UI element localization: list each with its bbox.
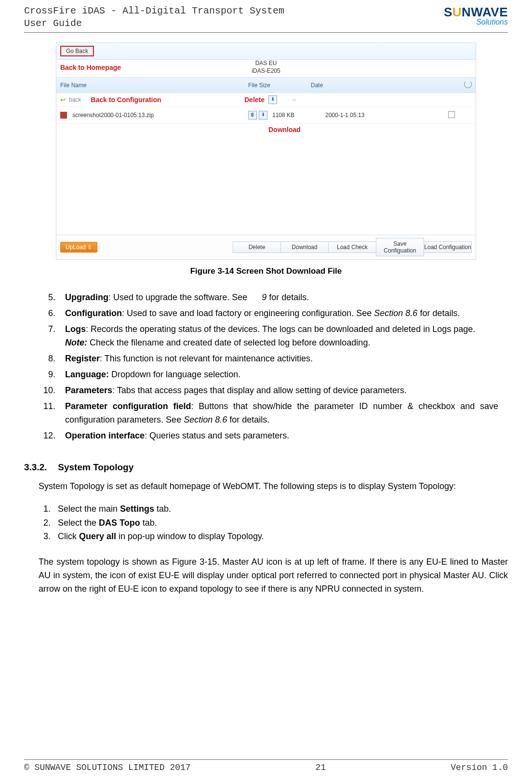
file-table-header: File Name File Size Date	[56, 77, 476, 93]
col-filename: File Name	[60, 82, 248, 89]
back-config-annotation: Back to Configuration	[91, 96, 161, 104]
file-date: 2000-1-1 05:13	[325, 112, 431, 119]
file-checkbox[interactable]	[448, 111, 455, 118]
figure-caption: Figure 3-14 Screen Shot Download File	[24, 266, 508, 276]
upload-button[interactable]: UpLoad ⇪	[60, 242, 97, 252]
feature-item-9: Language: Dropdown for language selectio…	[58, 368, 498, 382]
back-homepage-annotation: Back to Homepage	[60, 64, 121, 71]
download-mini-icon[interactable]: ⬇	[268, 95, 277, 104]
section-intro: System Topology is set as default homepa…	[39, 480, 508, 493]
header-title: CrossFire iDAS - All-Digital Transport S…	[24, 5, 284, 30]
page: CrossFire iDAS - All-Digital Transport S…	[0, 0, 532, 782]
screenshot-footer: UpLoad ⇪ Delete Download Load Check Save…	[56, 235, 476, 259]
col-filesize: File Size	[248, 82, 311, 89]
screenshot-figure: Go Back Back to Homepage DAS EU iDAS-E20…	[56, 42, 476, 260]
device-title: DAS EU iDAS-E205	[252, 60, 280, 75]
footer-version: Version 1.0	[451, 763, 508, 772]
file-size: 1108 KB	[272, 112, 325, 119]
footer-download-button[interactable]: Download	[280, 241, 329, 253]
feature-item-8: Register: This function is not relevant …	[58, 352, 498, 366]
go-back-button[interactable]: Go Back	[60, 46, 94, 56]
step-2: Select the DAS Topo tab.	[53, 516, 508, 530]
step-1: Select the main Settings tab.	[53, 502, 508, 516]
feature-item-6: Configuration: Used to save and load fac…	[58, 306, 498, 320]
feature-list: Upgrading: Used to upgrade the software.…	[39, 291, 498, 443]
section-number: 3.3.2.	[24, 462, 55, 473]
file-delete-icon[interactable]: 🗑	[248, 111, 257, 119]
screenshot-title-row: Back to Homepage DAS EU iDAS-E205	[56, 60, 476, 77]
footer-pagenum: 21	[316, 763, 326, 772]
page-header: CrossFire iDAS - All-Digital Transport S…	[24, 5, 508, 33]
section-title: System Topology	[58, 462, 133, 472]
device-title-line2: iDAS-E205	[252, 67, 280, 75]
feature-item-12: Operation interface: Queries status and …	[58, 429, 498, 443]
feature-item-11: Parameter configuration field: Buttons t…	[58, 399, 498, 427]
zip-icon	[60, 112, 67, 119]
back-row: ↩ back Back to Configuration Delete ⬇ --	[56, 93, 476, 107]
topology-steps: Select the main Settings tab. Select the…	[41, 502, 508, 543]
refresh-icon[interactable]	[464, 80, 472, 88]
file-row[interactable]: screenshot2000-01-0105:13.zip 🗑 ⬇ 1108 K…	[56, 107, 476, 124]
logo: SUNWAVE Solutions	[444, 5, 508, 27]
page-footer: © SUNWAVE SOLUTIONS LIMITED 2017 21 Vers…	[24, 759, 508, 772]
file-name-cell: screenshot2000-01-0105:13.zip	[60, 112, 248, 119]
col-date: Date	[311, 82, 407, 89]
footer-copyright: © SUNWAVE SOLUTIONS LIMITED 2017	[24, 763, 191, 772]
footer-loadcfg-button[interactable]: Load Configuation	[424, 241, 472, 253]
file-download-icon[interactable]: ⬇	[259, 111, 267, 119]
section-heading-332: 3.3.2. System Topology	[24, 462, 508, 473]
step-3: Click Query all in pop-up window to disp…	[53, 530, 508, 543]
delete-annotation: Delete	[244, 96, 265, 104]
footer-delete-button[interactable]: Delete	[233, 241, 281, 253]
footer-savecfg-button[interactable]: Save Configuation	[376, 238, 424, 256]
footer-loadcheck-button[interactable]: Load Check	[328, 241, 376, 253]
screenshot-topbar: Go Back	[56, 43, 476, 60]
feature-item-7: Logs: Records the operating status of th…	[58, 322, 498, 350]
section-para2: The system topology is shown as Figure 3…	[39, 556, 508, 596]
download-annotation: Download	[56, 124, 476, 133]
doc-title-line2: User Guide	[24, 17, 284, 30]
doc-title-line1: CrossFire iDAS - All-Digital Transport S…	[24, 5, 284, 17]
placeholder-dash: --	[293, 96, 296, 103]
back-arrow-icon[interactable]: ↩	[60, 96, 66, 104]
screenshot-body	[56, 133, 476, 235]
back-link[interactable]: back	[69, 96, 81, 103]
device-title-line1: DAS EU	[252, 60, 280, 67]
feature-item-5: Upgrading: Used to upgrade the software.…	[58, 291, 498, 305]
feature-item-10: Parameters: Tabs that access pages that …	[58, 384, 498, 398]
sun-icon: U	[452, 5, 462, 19]
file-name: screenshot2000-01-0105:13.zip	[72, 112, 154, 119]
